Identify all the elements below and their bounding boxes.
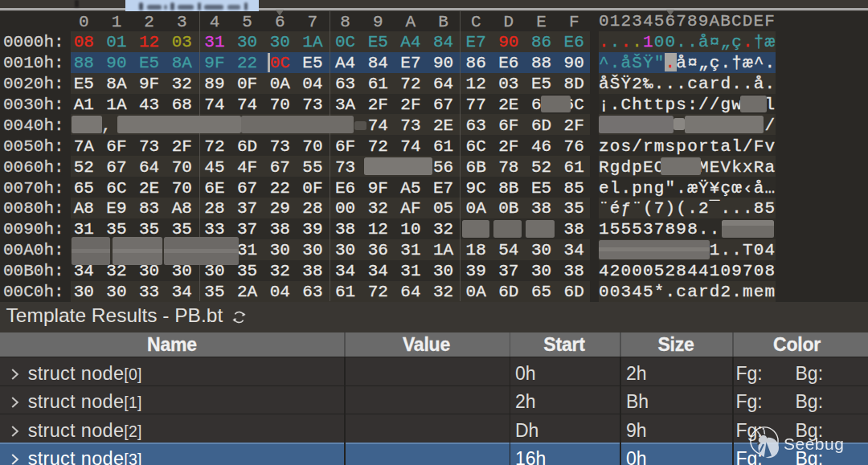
svg-text:Seebug: Seebug [784,434,844,453]
